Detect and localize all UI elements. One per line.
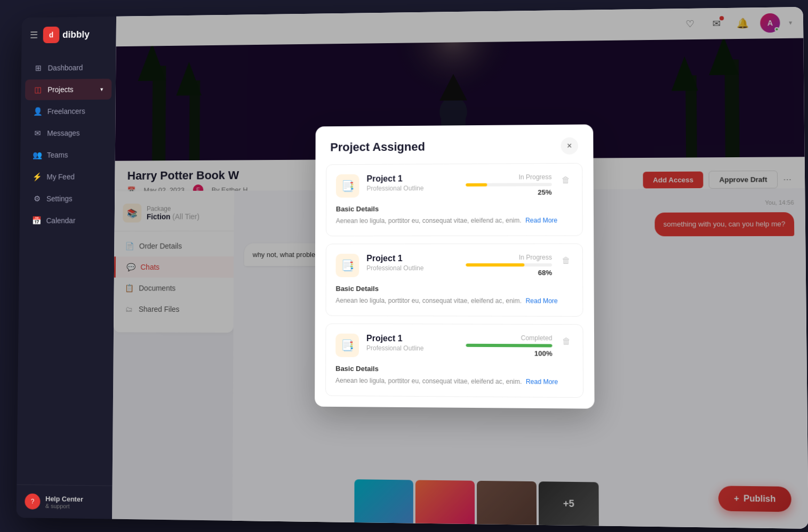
project-card-icon-3: 📑: [335, 334, 359, 357]
read-more-2[interactable]: Read More: [525, 297, 557, 304]
hamburger-icon[interactable]: ☰: [30, 29, 38, 41]
help-text-block: Help Center & support: [45, 495, 83, 510]
my-feed-icon: ⚡: [33, 172, 42, 182]
chevron-down-icon: ▾: [100, 86, 103, 93]
logo-area: d dibbly: [43, 26, 90, 43]
freelancers-icon: 👤: [33, 107, 42, 116]
project-card-subtitle-2: Professional Outline: [366, 264, 458, 272]
progress-percent-3: 100%: [466, 349, 552, 358]
modal-close-button[interactable]: ×: [561, 137, 578, 154]
calendar-icon: 📅: [32, 216, 41, 225]
sidebar-item-settings[interactable]: ⚙ Settings: [24, 188, 111, 209]
basic-details-label-3: Basic Details: [335, 365, 573, 374]
sidebar-item-label: My Feed: [46, 173, 74, 181]
project-card-progress-3: Completed 100%: [466, 334, 552, 358]
sidebar-item-my-feed[interactable]: ⚡ My Feed: [24, 166, 111, 188]
delete-icon-1[interactable]: 🗑: [559, 173, 572, 187]
sidebar-item-label: Teams: [47, 151, 68, 159]
sidebar-item-label: Messages: [47, 129, 79, 138]
sidebar-item-label: Projects: [47, 85, 74, 94]
modal-overlay[interactable]: Project Assigned × 📑 Project 1 Professio…: [112, 7, 808, 529]
sidebar-item-calendar[interactable]: 📅 Calendar: [23, 210, 110, 231]
dashboard-icon: ⊞: [34, 63, 43, 73]
sidebar-item-projects[interactable]: ◫ Projects ▾: [25, 79, 111, 100]
teams-icon: 👥: [33, 150, 42, 160]
progress-status-2: In Progress: [466, 254, 552, 261]
modal-title: Project Assigned: [330, 140, 425, 154]
sidebar-item-messages[interactable]: ✉ Messages: [25, 123, 111, 144]
help-avatar: ?: [25, 494, 40, 510]
project-card-meta-2: Project 1 Professional Outline: [366, 254, 458, 272]
project-card-title-2: Project 1: [366, 254, 458, 263]
delete-icon-3[interactable]: 🗑: [560, 334, 573, 348]
project-card-progress-2: In Progress 68%: [466, 254, 552, 277]
progress-bar-fill-2: [466, 263, 524, 267]
project-card-header-3: 📑 Project 1 Professional Outline Complet…: [335, 334, 573, 358]
progress-status-1: In Progress: [466, 173, 551, 181]
project-card-header-1: 📑 Project 1 Professional Outline In Prog…: [336, 173, 572, 198]
project-card-subtitle-3: Professional Outline: [366, 344, 458, 352]
project-card-body-1: Basic Details Aenean leo ligula, porttit…: [336, 204, 573, 226]
project-card-meta-1: Project 1 Professional Outline: [366, 174, 458, 192]
sidebar-item-label: Calendar: [46, 216, 76, 225]
project-card-title-3: Project 1: [366, 334, 458, 344]
logo-icon: d: [43, 27, 60, 43]
help-title: Help Center: [45, 495, 83, 503]
modal-header: Project Assigned ×: [315, 124, 593, 164]
sidebar-footer: ? Help Center & support: [17, 485, 113, 519]
sidebar-header: ☰ d dibbly: [21, 17, 116, 53]
projects-icon: ◫: [33, 85, 42, 95]
logo-text: dibbly: [62, 29, 90, 40]
progress-bar-fill-3: [466, 344, 552, 348]
sidebar-item-label: Settings: [46, 195, 73, 203]
project-card-progress-1: In Progress 25%: [466, 173, 551, 197]
project-card-body-2: Basic Details Aenean leo ligula, porttit…: [335, 285, 573, 307]
project-card-title-1: Project 1: [366, 174, 458, 184]
delete-icon-2[interactable]: 🗑: [559, 254, 573, 268]
read-more-1[interactable]: Read More: [525, 216, 557, 224]
project-card-header-2: 📑 Project 1 Professional Outline In Prog…: [336, 254, 573, 277]
sidebar-nav: ⊞ Dashboard ◫ Projects ▾ 👤 Freelancers ✉…: [17, 52, 116, 486]
progress-percent-2: 68%: [466, 269, 552, 277]
settings-icon: ⚙: [32, 194, 41, 204]
project-card-icon-2: 📑: [336, 254, 359, 277]
basic-details-label-2: Basic Details: [335, 285, 572, 293]
modal-body: 📑 Project 1 Professional Outline In Prog…: [315, 163, 595, 409]
basic-details-label-1: Basic Details: [336, 204, 572, 213]
project-card-1: 📑 Project 1 Professional Outline In Prog…: [326, 163, 583, 236]
project-card-2: 📑 Project 1 Professional Outline In Prog…: [325, 244, 583, 317]
sidebar-item-label: Dashboard: [48, 63, 83, 72]
sidebar-item-dashboard[interactable]: ⊞ Dashboard: [25, 57, 111, 79]
help-subtitle: & support: [45, 503, 83, 510]
project-card-body-3: Basic Details Aenean leo ligula, porttit…: [335, 365, 573, 388]
project-card-3: 📑 Project 1 Professional Outline Complet…: [325, 324, 583, 398]
read-more-3[interactable]: Read More: [526, 378, 558, 386]
progress-percent-1: 25%: [466, 188, 551, 197]
main-content: ♡ ✉ 🔔 A ▾: [112, 7, 808, 529]
help-center-item[interactable]: ? Help Center & support: [25, 494, 104, 511]
basic-details-text-3: Aenean leo ligula, porttitor eu, consequ…: [335, 376, 573, 388]
sidebar-item-freelancers[interactable]: 👤 Freelancers: [25, 101, 111, 122]
messages-icon: ✉: [33, 128, 42, 138]
project-card-meta-3: Project 1 Professional Outline: [366, 334, 458, 352]
progress-bar-container-3: [466, 344, 552, 348]
progress-status-3: Completed: [466, 334, 552, 342]
sidebar-item-teams[interactable]: 👥 Teams: [25, 144, 111, 166]
project-card-subtitle-1: Professional Outline: [366, 184, 458, 192]
project-card-icon-1: 📑: [336, 174, 359, 198]
basic-details-text-1: Aenean leo ligula, porttitor eu, consequ…: [336, 215, 573, 226]
sidebar: ☰ d dibbly ⊞ Dashboard ◫ Projects ▾ 👤 Fr…: [17, 17, 116, 519]
basic-details-text-2: Aenean leo ligula, porttitor eu, consequ…: [335, 296, 573, 307]
progress-bar-fill-1: [466, 183, 487, 186]
project-assigned-modal: Project Assigned × 📑 Project 1 Professio…: [315, 124, 595, 409]
sidebar-item-label: Freelancers: [47, 107, 85, 116]
progress-bar-container-2: [466, 263, 552, 267]
progress-bar-container-1: [466, 183, 551, 187]
